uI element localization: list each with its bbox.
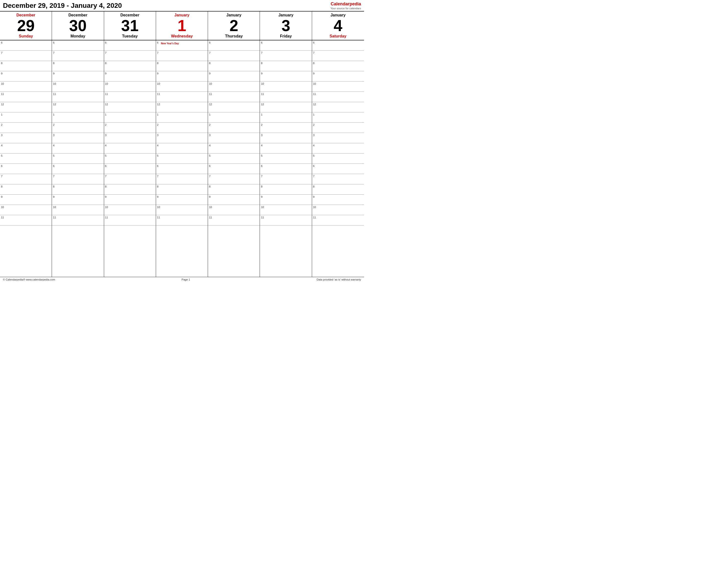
time-slot-3-3[interactable]: 9	[156, 71, 208, 82]
time-slot-6-16[interactable]: 10	[312, 205, 364, 215]
time-slot-2-6[interactable]: 12	[104, 102, 156, 112]
time-slot-5-10[interactable]: 4	[260, 143, 312, 154]
time-slot-2-8[interactable]: 2	[104, 123, 156, 133]
time-slot-1-1[interactable]: 7	[52, 51, 104, 61]
time-slot-2-14[interactable]: 8	[104, 184, 156, 195]
time-slot-4-2[interactable]: 8	[208, 61, 260, 71]
time-slot-6-4[interactable]: 10	[312, 82, 364, 92]
time-slot-5-2[interactable]: 8	[260, 61, 312, 71]
time-slot-0-8[interactable]: 2	[0, 123, 52, 133]
time-slot-5-14[interactable]: 8	[260, 184, 312, 195]
time-slot-6-14[interactable]: 8	[312, 184, 364, 195]
time-slot-5-6[interactable]: 12	[260, 102, 312, 112]
time-slot-4-8[interactable]: 2	[208, 123, 260, 133]
time-slot-3-7[interactable]: 1	[156, 112, 208, 123]
time-slot-1-11[interactable]: 5	[52, 154, 104, 164]
time-slot-0-14[interactable]: 8	[0, 184, 52, 195]
time-slot-5-5[interactable]: 11	[260, 92, 312, 102]
time-slot-0-0[interactable]: 6	[0, 40, 52, 51]
time-slot-4-13[interactable]: 7	[208, 174, 260, 184]
time-slot-3-13[interactable]: 7	[156, 174, 208, 184]
time-slot-2-15[interactable]: 9	[104, 195, 156, 205]
time-slot-3-5[interactable]: 11	[156, 92, 208, 102]
time-slot-6-5[interactable]: 11	[312, 92, 364, 102]
time-slot-2-2[interactable]: 8	[104, 61, 156, 71]
time-slot-5-3[interactable]: 9	[260, 71, 312, 82]
time-slot-4-16[interactable]: 10	[208, 205, 260, 215]
time-slot-3-10[interactable]: 4	[156, 143, 208, 154]
time-slot-3-8[interactable]: 2	[156, 123, 208, 133]
time-slot-3-17[interactable]: 11	[156, 215, 208, 226]
time-slot-1-10[interactable]: 4	[52, 143, 104, 154]
time-slot-1-2[interactable]: 8	[52, 61, 104, 71]
time-slot-0-6[interactable]: 12	[0, 102, 52, 112]
time-slot-2-7[interactable]: 1	[104, 112, 156, 123]
time-slot-1-7[interactable]: 1	[52, 112, 104, 123]
time-slot-0-15[interactable]: 9	[0, 195, 52, 205]
time-slot-5-16[interactable]: 10	[260, 205, 312, 215]
time-slot-6-17[interactable]: 11	[312, 215, 364, 226]
time-slot-3-1[interactable]: 7	[156, 51, 208, 61]
time-slot-5-11[interactable]: 5	[260, 154, 312, 164]
time-slot-2-11[interactable]: 5	[104, 154, 156, 164]
time-slot-2-17[interactable]: 11	[104, 215, 156, 226]
time-slot-4-1[interactable]: 7	[208, 51, 260, 61]
time-slot-1-4[interactable]: 10	[52, 82, 104, 92]
time-slot-4-5[interactable]: 11	[208, 92, 260, 102]
time-slot-0-7[interactable]: 1	[0, 112, 52, 123]
time-slot-5-0[interactable]: 6	[260, 40, 312, 51]
time-slot-0-12[interactable]: 6	[0, 164, 52, 174]
time-slot-6-10[interactable]: 4	[312, 143, 364, 154]
time-slot-6-11[interactable]: 5	[312, 154, 364, 164]
time-slot-3-14[interactable]: 8	[156, 184, 208, 195]
time-slot-4-17[interactable]: 11	[208, 215, 260, 226]
time-slot-3-15[interactable]: 9	[156, 195, 208, 205]
time-slot-4-9[interactable]: 3	[208, 133, 260, 143]
time-slot-4-14[interactable]: 8	[208, 184, 260, 195]
time-slot-4-7[interactable]: 1	[208, 112, 260, 123]
time-slot-4-3[interactable]: 9	[208, 71, 260, 82]
time-slot-1-6[interactable]: 12	[52, 102, 104, 112]
time-slot-2-0[interactable]: 6	[104, 40, 156, 51]
time-slot-5-7[interactable]: 1	[260, 112, 312, 123]
time-slot-3-9[interactable]: 3	[156, 133, 208, 143]
time-slot-6-1[interactable]: 7	[312, 51, 364, 61]
time-slot-4-15[interactable]: 9	[208, 195, 260, 205]
time-slot-1-17[interactable]: 11	[52, 215, 104, 226]
time-slot-1-9[interactable]: 3	[52, 133, 104, 143]
time-slot-5-8[interactable]: 2	[260, 123, 312, 133]
time-slot-3-16[interactable]: 10	[156, 205, 208, 215]
time-slot-0-2[interactable]: 8	[0, 61, 52, 71]
time-slot-3-11[interactable]: 5	[156, 154, 208, 164]
time-slot-1-14[interactable]: 8	[52, 184, 104, 195]
time-slot-3-6[interactable]: 12	[156, 102, 208, 112]
time-slot-6-9[interactable]: 3	[312, 133, 364, 143]
time-slot-0-1[interactable]: 7	[0, 51, 52, 61]
time-slot-2-12[interactable]: 6	[104, 164, 156, 174]
time-slot-3-0[interactable]: 6New Year's Day	[156, 40, 208, 51]
time-slot-1-15[interactable]: 9	[52, 195, 104, 205]
time-slot-0-11[interactable]: 5	[0, 154, 52, 164]
time-slot-4-10[interactable]: 4	[208, 143, 260, 154]
time-slot-0-17[interactable]: 11	[0, 215, 52, 226]
time-slot-5-17[interactable]: 11	[260, 215, 312, 226]
time-slot-3-12[interactable]: 6	[156, 164, 208, 174]
time-slot-1-0[interactable]: 6	[52, 40, 104, 51]
time-slot-4-6[interactable]: 12	[208, 102, 260, 112]
time-slot-3-4[interactable]: 10	[156, 82, 208, 92]
time-slot-2-4[interactable]: 10	[104, 82, 156, 92]
time-slot-0-10[interactable]: 4	[0, 143, 52, 154]
time-slot-0-9[interactable]: 3	[0, 133, 52, 143]
time-slot-6-15[interactable]: 9	[312, 195, 364, 205]
time-slot-4-0[interactable]: 6	[208, 40, 260, 51]
time-slot-5-13[interactable]: 7	[260, 174, 312, 184]
time-slot-1-16[interactable]: 10	[52, 205, 104, 215]
time-slot-0-13[interactable]: 7	[0, 174, 52, 184]
time-slot-6-6[interactable]: 12	[312, 102, 364, 112]
time-slot-5-15[interactable]: 9	[260, 195, 312, 205]
time-slot-2-16[interactable]: 10	[104, 205, 156, 215]
time-slot-6-2[interactable]: 8	[312, 61, 364, 71]
time-slot-1-12[interactable]: 6	[52, 164, 104, 174]
time-slot-5-4[interactable]: 10	[260, 82, 312, 92]
time-slot-2-13[interactable]: 7	[104, 174, 156, 184]
